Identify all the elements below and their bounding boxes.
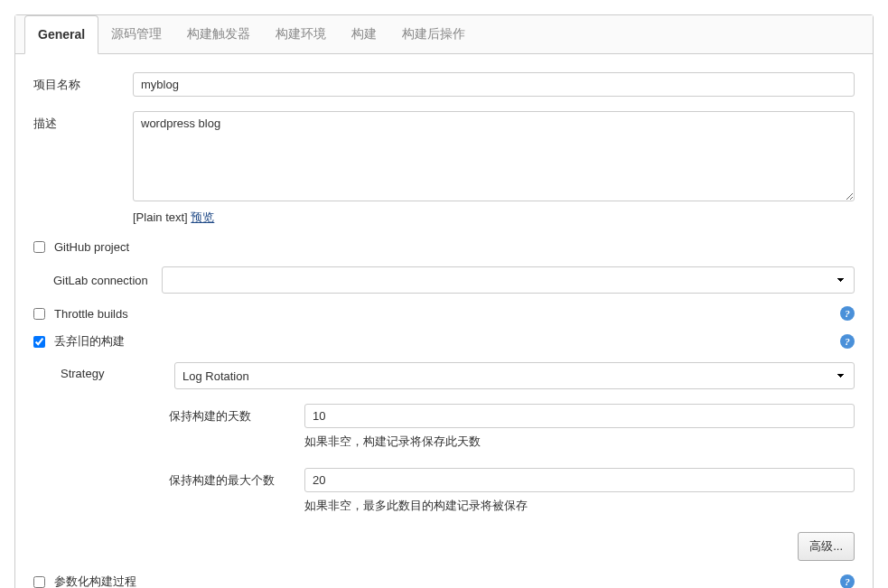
discard-old-checkbox[interactable]	[33, 336, 45, 348]
row-max-to-keep: 保持构建的最大个数	[169, 468, 855, 492]
label-strategy: Strategy	[61, 362, 174, 380]
advanced-row: 高级...	[151, 532, 855, 561]
label-description: 描述	[33, 111, 133, 132]
advanced-button[interactable]: 高级...	[798, 532, 855, 561]
row-parameterized: 参数化构建过程 ?	[33, 574, 855, 588]
parameterized-label: 参数化构建过程	[54, 574, 833, 588]
row-throttle-builds: Throttle builds ?	[33, 306, 855, 321]
tab-general[interactable]: General	[24, 15, 98, 54]
tab-build[interactable]: 构建	[339, 15, 389, 53]
log-rotation-block: 保持构建的天数 如果非空，构建记录将保存此天数 保持构建的最大个数 如果非空，最…	[151, 404, 855, 561]
strategy-select[interactable]: Log Rotation	[174, 362, 855, 389]
description-format-helper: [Plain text] 预览	[133, 210, 855, 226]
tabbar: General 源码管理 构建触发器 构建环境 构建 构建后操作	[15, 15, 873, 54]
discard-old-label: 丢弃旧的构建	[54, 333, 833, 350]
preview-link[interactable]: 预览	[191, 210, 214, 224]
project-name-input[interactable]	[133, 72, 855, 97]
row-discard-old: 丢弃旧的构建 ?	[33, 333, 855, 350]
tab-env[interactable]: 构建环境	[263, 15, 339, 53]
throttle-builds-label: Throttle builds	[54, 307, 833, 321]
tab-triggers[interactable]: 构建触发器	[174, 15, 263, 53]
max-to-keep-help: 如果非空，最多此数目的构建记录将被保存	[304, 498, 855, 514]
throttle-builds-checkbox[interactable]	[33, 308, 45, 320]
help-icon[interactable]: ?	[840, 306, 855, 321]
gitlab-connection-select[interactable]	[162, 266, 855, 294]
days-to-keep-input[interactable]	[304, 404, 855, 428]
help-icon[interactable]: ?	[840, 334, 855, 349]
label-max-to-keep: 保持构建的最大个数	[169, 472, 304, 489]
form-body: 项目名称 描述 [Plain text] 预览 GitHub project G…	[15, 54, 873, 588]
tab-scm[interactable]: 源码管理	[98, 15, 174, 53]
row-project-name: 项目名称	[33, 72, 855, 97]
plain-text-label: [Plain text]	[133, 210, 191, 224]
row-description: 描述 [Plain text] 预览	[33, 111, 855, 226]
max-to-keep-input[interactable]	[304, 468, 855, 492]
days-to-keep-help: 如果非空，构建记录将保存此天数	[304, 434, 855, 450]
gitlab-connection-label: GitLab connection	[53, 274, 162, 287]
github-project-checkbox[interactable]	[33, 241, 45, 253]
row-gitlab-connection: GitLab connection	[33, 266, 855, 294]
row-days-to-keep: 保持构建的天数	[169, 404, 855, 428]
row-strategy: Strategy Log Rotation	[33, 362, 855, 389]
row-github-project: GitHub project	[33, 240, 855, 254]
tab-post[interactable]: 构建后操作	[389, 15, 478, 53]
github-project-label: GitHub project	[54, 240, 855, 254]
description-input[interactable]	[133, 111, 855, 201]
label-project-name: 项目名称	[33, 72, 133, 93]
config-panel: General 源码管理 构建触发器 构建环境 构建 构建后操作 项目名称 描述…	[14, 14, 874, 588]
label-days-to-keep: 保持构建的天数	[169, 408, 304, 425]
help-icon[interactable]: ?	[840, 574, 855, 588]
parameterized-checkbox[interactable]	[33, 576, 45, 588]
